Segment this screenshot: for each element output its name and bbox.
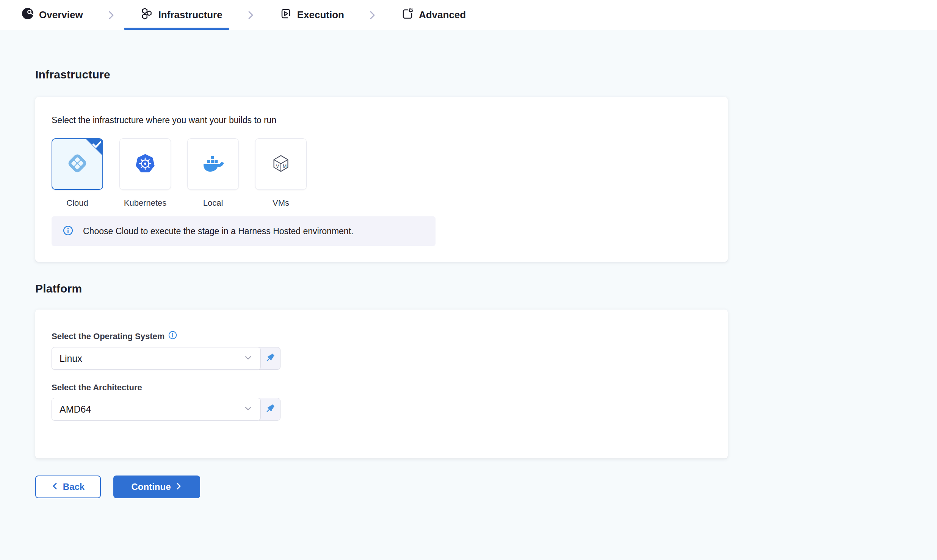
infrastructure-section-title: Infrastructure [35,68,937,81]
option-vms-label: VMs [273,198,289,208]
wizard-footer: Back Continue [35,476,937,498]
back-button[interactable]: Back [35,476,101,498]
infrastructure-panel: Select the infrastructure where you want… [35,97,728,262]
info-icon [63,225,73,237]
tab-advanced-label: Advanced [419,9,466,21]
tab-infrastructure-label: Infrastructure [158,9,222,21]
infrastructure-options: Cloud Kubernetes [52,138,710,208]
option-local-tile[interactable] [187,138,239,190]
option-kubernetes-label: Kubernetes [124,198,167,208]
continue-button-label: Continue [132,482,171,492]
os-select-value: Linux [60,353,82,364]
cloud-info-message: Choose Cloud to execute the stage in a H… [83,226,353,236]
option-kubernetes-tile[interactable] [119,138,171,190]
docker-icon [201,151,225,177]
infrastructure-prompt: Select the infrastructure where you want… [52,115,710,125]
stage-step-tabs: Overview Infrastructure Execution [0,0,937,30]
os-label: Select the Operating System [52,331,710,342]
option-cloud: Cloud [52,138,103,208]
arch-select[interactable]: AMD64 [52,398,261,421]
arch-label: Select the Architecture [52,383,710,393]
continue-button[interactable]: Continue [113,476,200,498]
chevron-down-icon [244,354,252,363]
arch-select-value: AMD64 [60,404,91,415]
infrastructure-icon [140,7,154,23]
tab-execution-label: Execution [297,9,344,21]
tab-infrastructure[interactable]: Infrastructure [140,0,222,30]
option-cloud-tile[interactable] [52,138,103,190]
selected-check-icon [85,139,103,158]
tab-overview-label: Overview [39,9,83,21]
os-select-row: Linux [52,347,710,370]
back-button-label: Back [63,482,85,492]
chevron-down-icon [244,405,252,414]
cloud-info-banner: Choose Cloud to execute the stage in a H… [52,216,436,246]
os-label-text: Select the Operating System [52,332,165,341]
option-local: Local [187,138,239,208]
platform-section-title: Platform [35,282,937,295]
advanced-icon [401,7,414,23]
option-vms: V M VMs [255,138,307,208]
kubernetes-icon [133,152,157,177]
chevron-right-icon [175,482,182,492]
arch-select-row: AMD64 [52,398,710,421]
os-info-icon[interactable] [168,331,177,342]
svg-text:V: V [276,164,279,169]
step-separator-icon [368,0,378,30]
arch-pin-button[interactable] [259,398,280,421]
tab-advanced[interactable]: Advanced [401,0,466,30]
os-select[interactable]: Linux [52,347,261,370]
svg-text:M: M [283,164,287,169]
step-separator-icon [107,0,116,30]
option-local-label: Local [203,198,223,208]
option-vms-tile[interactable]: V M [255,138,307,190]
chevron-left-icon [52,482,58,492]
tab-overview[interactable]: Overview [21,0,83,30]
arch-label-text: Select the Architecture [52,383,142,393]
os-pin-button[interactable] [259,347,280,370]
platform-panel: Select the Operating System Linux [35,310,728,458]
stage-config-content: Infrastructure Select the infrastructure… [0,68,937,498]
tab-execution[interactable]: Execution [279,0,344,30]
option-kubernetes: Kubernetes [119,138,171,208]
step-separator-icon [246,0,256,30]
vm-cube-icon: V M [269,152,293,177]
pin-icon [265,403,276,416]
overview-icon [21,7,34,23]
execution-icon [279,7,292,23]
pin-icon [265,352,276,365]
option-cloud-label: Cloud [66,198,88,208]
